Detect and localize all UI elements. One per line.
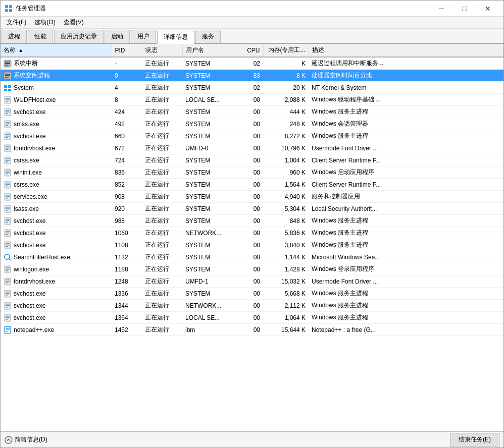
table-row[interactable]: fontdrvhost.exe 1248 正在运行 UMFD-1 00 15,0…	[1, 275, 503, 288]
cell-name: fontdrvhost.exe	[1, 142, 112, 154]
cell-username: SYSTEM	[182, 154, 238, 166]
svg-point-68	[5, 254, 10, 259]
sort-arrow-name: ▲	[18, 47, 23, 53]
cell-memory: 5,668 K	[263, 288, 309, 300]
svg-rect-9	[5, 74, 10, 75]
table-row[interactable]: svchost.exe 1364 正在运行 LOCAL SE... 00 1,0…	[1, 312, 503, 324]
table-row[interactable]: svchost.exe 660 正在运行 SYSTEM 00 8,272 K W…	[1, 130, 503, 142]
close-button[interactable]: ✕	[476, 1, 499, 17]
tab-services[interactable]: 服务	[195, 30, 221, 43]
svg-rect-5	[5, 62, 10, 63]
cell-memory: 1,064 K	[263, 312, 309, 324]
table-row[interactable]: svchost.exe 1344 正在运行 NETWORK... 00 2,11…	[1, 300, 503, 312]
cell-name: csrss.exe	[1, 179, 112, 191]
collapse-button[interactable]: 简略信息(D)	[5, 435, 47, 444]
cell-status: 正在运行	[142, 300, 182, 312]
tab-performance[interactable]: 性能	[28, 30, 53, 43]
table-row[interactable]: 系统中断 - 正在运行 SYSTEM 02 K 延迟过程调用和中断服务...	[1, 57, 503, 70]
table-row[interactable]: smss.exe 492 正在运行 SYSTEM 00 248 K Window…	[1, 118, 503, 130]
process-icon	[4, 229, 12, 237]
cell-status: 正在运行	[142, 106, 182, 118]
end-task-button[interactable]: 结束任务(E)	[450, 433, 499, 446]
maximize-button[interactable]: □	[453, 1, 476, 17]
cell-memory: 10,796 K	[263, 142, 309, 154]
cell-username: SYSTEM	[182, 251, 238, 263]
cell-name: SearchFilterHost.exe	[1, 251, 112, 263]
table-row[interactable]: notepad++.exe 1452 正在运行 ibm 00 15,644 K …	[1, 324, 503, 336]
table-row[interactable]: svchost.exe 424 正在运行 SYSTEM 00 444 K Win…	[1, 106, 503, 118]
cell-pid: 1364	[112, 312, 142, 324]
table-row[interactable]: WUDFHost.exe 8 正在运行 LOCAL SE... 00 2,088…	[1, 94, 503, 106]
cell-pid: 1060	[112, 227, 142, 239]
table-row[interactable]: csrss.exe 852 正在运行 SYSTEM 00 1,564 K Cli…	[1, 179, 503, 191]
svg-rect-14	[4, 89, 7, 91]
table-row[interactable]: svchost.exe 988 正在运行 SYSTEM 00 848 K Win…	[1, 215, 503, 227]
svg-rect-47	[6, 186, 8, 187]
svg-rect-25	[6, 122, 10, 123]
process-icon	[4, 314, 12, 322]
table-row[interactable]: svchost.exe 1336 正在运行 SYSTEM 00 5,668 K …	[1, 288, 503, 300]
svg-rect-11	[5, 77, 9, 78]
table-row[interactable]: svchost.exe 1060 正在运行 NETWORK... 00 5,83…	[1, 227, 503, 239]
cell-memory: K	[263, 57, 309, 70]
process-icon	[4, 193, 12, 201]
cell-username: SYSTEM	[182, 203, 238, 215]
process-table-container[interactable]: 名称 ▲ PID 状态 用户名 CPU 内存(专用工... 描述	[1, 44, 503, 431]
menu-options[interactable]: 选项(O)	[30, 17, 59, 28]
svg-rect-39	[6, 161, 8, 162]
table-row[interactable]: 系统空闲进程 0 正在运行 SYSTEM 83 8 K 处理器空闲时间百分比	[1, 70, 503, 82]
menu-view[interactable]: 查看(V)	[60, 17, 88, 28]
col-header-memory[interactable]: 内存(专用工...	[263, 44, 309, 57]
col-header-status[interactable]: 状态	[142, 44, 182, 57]
task-manager-window: 任务管理器 ─ □ ✕ 文件(F) 选项(O) 查看(V) 进程 性能 应用历史…	[0, 0, 504, 448]
svg-rect-38	[6, 160, 10, 161]
table-row[interactable]: csrss.exe 724 正在运行 SYSTEM 00 1,004 K Cli…	[1, 154, 503, 166]
svg-rect-80	[6, 293, 10, 294]
table-row[interactable]: winlogon.exe 1188 正在运行 SYSTEM 00 1,428 K…	[1, 263, 503, 275]
cell-name: winlogon.exe	[1, 263, 112, 275]
cell-username: LOCAL SE...	[182, 312, 238, 324]
table-row[interactable]: fontdrvhost.exe 672 正在运行 UMFD-0 00 10,79…	[1, 142, 503, 154]
col-header-name[interactable]: 名称 ▲	[1, 44, 112, 57]
svg-rect-37	[6, 158, 10, 159]
tab-details[interactable]: 详细信息	[157, 31, 194, 44]
col-header-username[interactable]: 用户名	[182, 44, 238, 57]
tab-apphistory[interactable]: 应用历史记录	[54, 30, 104, 43]
table-row[interactable]: System 4 正在运行 SYSTEM 02 20 K NT Kernel &…	[1, 82, 503, 94]
col-header-cpu[interactable]: CPU	[238, 44, 263, 57]
table-row[interactable]: lsass.exe 920 正在运行 SYSTEM 00 5,304 K Loc…	[1, 203, 503, 215]
col-header-pid[interactable]: PID	[112, 44, 142, 57]
table-row[interactable]: wininit.exe 836 正在运行 SYSTEM 00 960 K Win…	[1, 166, 503, 179]
svg-rect-62	[6, 233, 10, 234]
cell-description: Notepad++ : a free (G...	[309, 324, 503, 336]
cell-description: Windows 服务主进程	[309, 106, 503, 118]
cell-username: SYSTEM	[182, 106, 238, 118]
cell-username: SYSTEM	[182, 191, 238, 203]
cell-cpu: 00	[238, 227, 263, 239]
cell-name: fontdrvhost.exe	[1, 275, 112, 288]
menu-file[interactable]: 文件(F)	[3, 17, 30, 28]
cell-name: svchost.exe	[1, 227, 112, 239]
process-icon	[4, 326, 12, 334]
svg-rect-18	[6, 99, 10, 100]
cell-status: 正在运行	[142, 239, 182, 251]
cell-description: Windows 服务主进程	[309, 288, 503, 300]
tab-startup[interactable]: 启动	[105, 30, 130, 43]
cell-status: 正在运行	[142, 82, 182, 94]
cell-memory: 8,272 K	[263, 130, 309, 142]
status-bar: 简略信息(D) 结束任务(E)	[1, 431, 503, 447]
cell-username: SYSTEM	[182, 288, 238, 300]
table-row[interactable]: svchost.exe 1108 正在运行 SYSTEM 00 3,840 K …	[1, 239, 503, 251]
minimize-button[interactable]: ─	[430, 1, 453, 17]
tab-users[interactable]: 用户	[131, 30, 156, 43]
table-row[interactable]: services.exe 908 正在运行 SYSTEM 00 4,940 K …	[1, 191, 503, 203]
tab-processes[interactable]: 进程	[2, 30, 27, 43]
col-header-description[interactable]: 描述	[309, 44, 503, 57]
process-icon	[4, 144, 12, 152]
table-row[interactable]: SearchFilterHost.exe 1132 正在运行 SYSTEM 00…	[1, 251, 503, 263]
process-icon	[4, 302, 12, 310]
cell-pid: 0	[112, 70, 142, 82]
cell-username: NETWORK...	[182, 300, 238, 312]
cell-pid: 1452	[112, 324, 142, 336]
end-task-area: 结束任务(E)	[450, 433, 499, 446]
